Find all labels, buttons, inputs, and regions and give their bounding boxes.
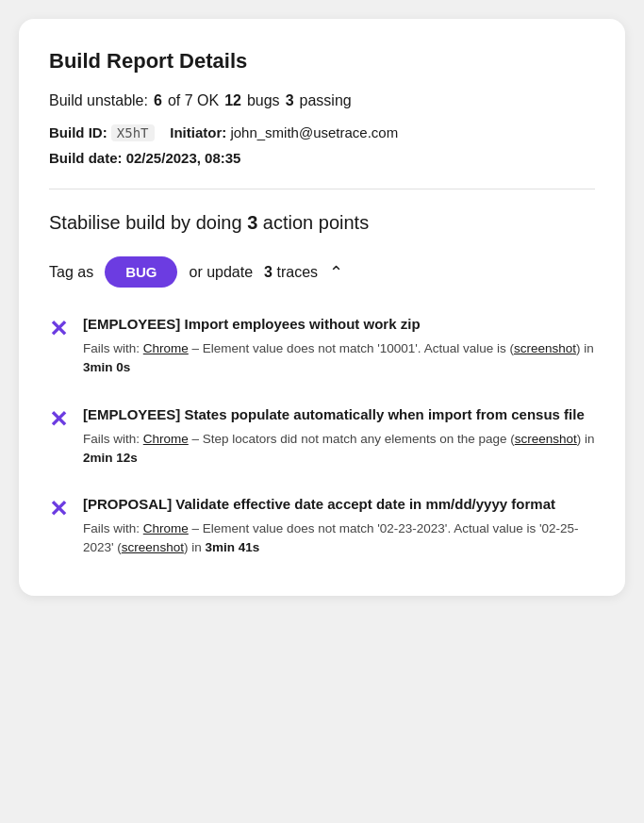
chrome-link[interactable]: Chrome [143, 341, 189, 355]
trace-item: ✕ [PROPOSAL] Validate effective date acc… [49, 494, 595, 558]
chevron-up-icon[interactable]: ⌃ [329, 262, 343, 283]
section-divider [49, 189, 595, 189]
build-unstable-label: Build unstable: [49, 92, 148, 109]
bug-badge[interactable]: BUG [105, 256, 177, 288]
stabilise-heading: Stabilise build by doing 3 action points [49, 212, 595, 234]
trace-content: [EMPLOYEES] Import employees without wor… [83, 314, 595, 378]
build-report-card: Build Report Details Build unstable: 6 o… [19, 19, 625, 596]
or-text: or update [189, 264, 253, 281]
trace-time: 3min 0s [83, 360, 130, 374]
build-date-row: Build date: 02/25/2023, 08:35 [49, 150, 595, 166]
trace-detail: Fails with: Chrome – Element value does … [83, 519, 595, 558]
x-icon: ✕ [49, 406, 68, 434]
trace-content: [PROPOSAL] Validate effective date accep… [83, 494, 595, 558]
trace-time: 2min 12s [83, 451, 138, 465]
build-id-row: Build ID: X5hT Initiator: john_smith@use… [49, 124, 595, 140]
passing-label: passing [300, 92, 352, 109]
chrome-link[interactable]: Chrome [143, 521, 189, 535]
tag-row: Tag as BUG or update 3 traces ⌃ [49, 256, 595, 288]
trace-detail: Fails with: Chrome – Step locators did n… [83, 430, 595, 469]
initiator-label: Initiator: [170, 124, 226, 140]
bugs-label: bugs [247, 92, 280, 109]
build-id-label: Build ID: [49, 124, 107, 140]
trace-detail: Fails with: Chrome – Element value does … [83, 339, 595, 378]
page-title: Build Report Details [49, 49, 595, 74]
screenshot-link[interactable]: screenshot [122, 540, 184, 554]
traces-label: 3 traces [264, 264, 318, 281]
trace-item: ✕ [EMPLOYEES] States populate automatica… [49, 404, 595, 469]
trace-title: [EMPLOYEES] States populate automaticall… [83, 404, 595, 424]
x-icon: ✕ [49, 496, 68, 523]
trace-time: 3min 41s [205, 540, 259, 554]
x-icon: ✕ [49, 316, 68, 343]
ok-label: of 7 OK [168, 92, 219, 109]
tag-label: Tag as [49, 264, 93, 281]
build-summary: Build unstable: 6 of 7 OK 12 bugs 3 pass… [49, 92, 595, 109]
build-date-value: 02/25/2023, 08:35 [126, 150, 241, 166]
bugs-count: 12 [224, 92, 241, 109]
passing-count: 3 [286, 92, 294, 109]
screenshot-link[interactable]: screenshot [515, 432, 577, 446]
trace-title: [PROPOSAL] Validate effective date accep… [83, 494, 595, 514]
build-date-label: Build date: [49, 150, 123, 166]
trace-item: ✕ [EMPLOYEES] Import employees without w… [49, 314, 595, 378]
ok-count: 6 [154, 92, 162, 109]
initiator-value: john_smith@usetrace.com [230, 124, 398, 140]
trace-content: [EMPLOYEES] States populate automaticall… [83, 404, 595, 469]
build-id-value: X5hT [111, 124, 155, 141]
chrome-link[interactable]: Chrome [143, 432, 189, 446]
trace-title: [EMPLOYEES] Import employees without wor… [83, 314, 595, 334]
traces-list: ✕ [EMPLOYEES] Import employees without w… [49, 314, 595, 558]
screenshot-link[interactable]: screenshot [514, 341, 576, 355]
